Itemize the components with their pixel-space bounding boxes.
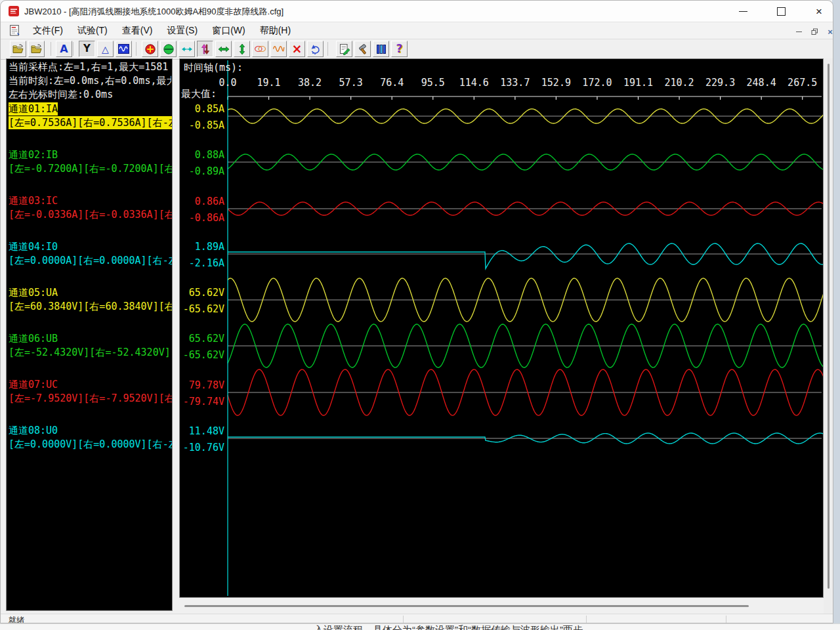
- cursor-info-line: 左右光标时间差:0.0ms: [9, 88, 171, 101]
- menu-settings[interactable]: 设置(S): [159, 22, 205, 39]
- delta-icon: △: [102, 45, 109, 54]
- title-bar: JBW2010 - [高阻消弧线圈接地系统1000欧姆A相90度非故障线路.cf…: [1, 1, 833, 22]
- menu-test[interactable]: 试验(T): [70, 22, 115, 39]
- time-tick-57.3: 57.3: [339, 77, 363, 89]
- menu-view[interactable]: 查看(V): [115, 22, 160, 39]
- svg-text:-10.76V: -10.76V: [183, 442, 224, 453]
- data-list-button[interactable]: [373, 41, 389, 57]
- wave-i0: [228, 243, 823, 268]
- remove-channel-button[interactable]: [160, 41, 177, 57]
- help-button[interactable]: ??: [391, 41, 408, 57]
- channel-label-i0[interactable]: 通道04:I0: [9, 240, 58, 253]
- maximize-icon: [777, 7, 786, 16]
- delta-connection-button[interactable]: △: [97, 41, 114, 57]
- menu-file[interactable]: 文件(F): [26, 22, 70, 39]
- screen: 入设置流程，具体分为“参数设置”和“数据传输与波形输出”两步 JBW2010 -…: [0, 0, 840, 630]
- mdi-restore-icon: [811, 28, 818, 35]
- time-tick-38.2: 38.2: [298, 77, 322, 89]
- wye-connection-button[interactable]: Y: [79, 41, 95, 57]
- undo-button[interactable]: [307, 41, 324, 57]
- report-edit-button[interactable]: [336, 41, 352, 57]
- background-window-strip: 入设置流程，具体分为“参数设置”和“数据传输与波形输出”两步: [0, 623, 840, 630]
- minimize-button[interactable]: [728, 1, 758, 22]
- toolbar-separator: [73, 42, 74, 56]
- channel-label-ub[interactable]: 通道06:UB: [9, 332, 58, 345]
- time-tick-0.0: 0.0: [219, 77, 236, 89]
- svg-text:-0.86A: -0.86A: [189, 212, 224, 224]
- open-file-button[interactable]: [10, 41, 26, 57]
- svg-text:11.48V: 11.48V: [189, 425, 224, 437]
- time-tick-95.5: 95.5: [421, 77, 445, 89]
- expand-horizontal-button[interactable]: [215, 41, 232, 57]
- waveform-svg: 0.85A-0.85A0.88A-0.89A0.86A-0.86A1.89A-2…: [180, 59, 823, 597]
- svg-text:0.88A: 0.88A: [195, 149, 224, 161]
- time-tick-19.1: 19.1: [257, 77, 280, 89]
- red-circle-plus-icon: [144, 43, 156, 55]
- window-title: JBW2010 - [高阻消弧线圈接地系统1000欧姆A相90度非故障线路.cf…: [24, 6, 284, 18]
- time-tick-267.5: 267.5: [788, 77, 817, 89]
- maximize-button[interactable]: [766, 1, 796, 22]
- channel-label-ia[interactable]: 通道01:IA: [9, 102, 58, 116]
- horizontal-scrollbar-thumb[interactable]: [184, 605, 749, 607]
- menu-window[interactable]: 窗口(W): [205, 22, 253, 39]
- time-tick-210.2: 210.2: [664, 77, 694, 89]
- status-separator: [726, 616, 726, 623]
- cursor-info-line: 当前时刻:左=0.0ms,右=0.0ms,最大: [9, 74, 171, 87]
- channel-values-ia: [左=0.7536A][右=0.7536A][右-左: [9, 116, 172, 129]
- edit-doc-icon: [339, 43, 350, 55]
- horizontal-scrollbar[interactable]: [179, 598, 824, 614]
- channel-values-ib: [左=-0.7200A][右=-0.7200A][右-: [9, 162, 172, 175]
- channel-label-uc[interactable]: 通道07:UC: [9, 378, 58, 391]
- channel-label-u0[interactable]: 通道08:U0: [9, 424, 58, 437]
- svg-text:-2.16A: -2.16A: [189, 257, 224, 269]
- background-window-text: 入设置流程，具体分为“参数设置”和“数据传输与波形输出”两步: [314, 624, 583, 630]
- waveform-plot-area[interactable]: 0.85A-0.85A0.88A-0.89A0.86A-0.86A1.89A-2…: [179, 58, 824, 598]
- cursor-info-line: 当前采样点:左=1,右=1,最大=1581: [9, 60, 171, 74]
- app-window: JBW2010 - [高阻消弧线圈接地系统1000欧姆A相90度非故障线路.cf…: [0, 0, 833, 623]
- svg-text:-79.74V: -79.74V: [183, 396, 224, 408]
- status-separator: [586, 616, 587, 623]
- channel-values-u0: [左=0.0000V][右=0.0000V][右-左: [9, 438, 172, 451]
- channel-values-ua: [左=60.3840V][右=60.3840V][右-: [9, 300, 172, 313]
- overlap-sine-icon: [254, 43, 266, 55]
- toolbar-separator: [136, 42, 136, 56]
- vertical-scrollbar[interactable]: [824, 58, 833, 614]
- menu-help[interactable]: 帮助(H): [253, 22, 298, 39]
- compress-horizontal-button[interactable]: [178, 41, 195, 57]
- single-wave-button[interactable]: [270, 41, 287, 57]
- mdi-close-button[interactable]: ×: [822, 25, 833, 38]
- h-arrow-icon: [218, 43, 230, 55]
- document-icon[interactable]: [9, 24, 21, 37]
- channel-values-i0: [左=0.0000A][右=0.0000A][右-左: [9, 254, 172, 267]
- close-button[interactable]: ×: [804, 1, 833, 22]
- red-x-icon: ×: [292, 43, 303, 55]
- green-circle-icon: [163, 43, 175, 55]
- close-icon: ×: [816, 6, 822, 17]
- add-channel-button[interactable]: [142, 41, 158, 57]
- menu-items: 文件(F)试验(T)查看(V)设置(S)窗口(W)帮助(H): [26, 22, 298, 39]
- help-icon: ??: [396, 43, 403, 55]
- mdi-restore-button[interactable]: [807, 25, 822, 38]
- mdi-minimize-button[interactable]: [791, 25, 807, 38]
- waveform-view-button[interactable]: [116, 41, 132, 57]
- time-tick-248.4: 248.4: [747, 77, 776, 89]
- channel-label-ua[interactable]: 通道05:UA: [9, 286, 58, 299]
- open-record-button[interactable]: [28, 41, 45, 57]
- updown-arrows-icon: [200, 43, 211, 55]
- cursor-tool-button[interactable]: [197, 41, 213, 57]
- svg-text:0.85A: 0.85A: [195, 103, 224, 115]
- channel-values-ub: [左=-52.4320V][右=-52.4320V][: [9, 346, 172, 359]
- compress-arrows-icon: [181, 43, 193, 55]
- toolbar: AY△×??: [1, 39, 833, 60]
- tools-button[interactable]: [354, 41, 371, 57]
- status-text: 就绪: [9, 615, 24, 623]
- vertical-scrollbar-thumb[interactable]: [828, 64, 830, 589]
- analysis-a-button[interactable]: A: [56, 41, 72, 57]
- overlay-waves-button[interactable]: [252, 41, 268, 57]
- channel-label-ib[interactable]: 通道02:IB: [9, 148, 58, 161]
- waveform-icon: [117, 43, 130, 55]
- expand-vertical-button[interactable]: [234, 41, 250, 57]
- time-axis-title: 时间轴(ms):: [184, 62, 243, 74]
- delete-button[interactable]: ×: [289, 41, 305, 57]
- channel-label-ic[interactable]: 通道03:IC: [9, 194, 58, 207]
